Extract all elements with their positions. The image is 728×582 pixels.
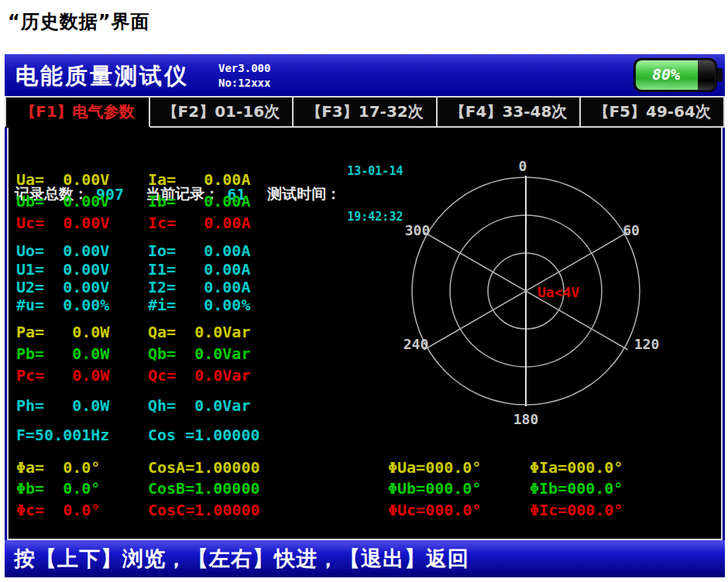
battery-terminal bbox=[717, 68, 723, 82]
value-io: Io= 0.00A bbox=[148, 241, 250, 260]
angle-label-60: 60 bbox=[623, 222, 640, 238]
angle-label-300: 300 bbox=[405, 222, 431, 238]
value-qh: Qh= 0.0Var bbox=[148, 396, 250, 415]
meas-row-u2-i2: U2= 0.00VI2= 0.00A bbox=[16, 278, 388, 296]
firmware-info: Ver3.000 No:12xxx bbox=[218, 61, 270, 91]
meas-row-pa-qa: Pa= 0.0WQa= 0.0Var bbox=[16, 323, 388, 341]
value-frequency: F=50.001Hz bbox=[16, 426, 109, 444]
value-i1: I1= 0.00A bbox=[148, 260, 250, 279]
value-phi-a: Φa= 0.0° bbox=[16, 458, 100, 477]
meas-row-u1-i1: U1= 0.00VI1= 0.00A bbox=[16, 260, 388, 279]
meas-row-phic-cosc: Φc= 0.0°CosC=1.00000 bbox=[16, 501, 388, 519]
meas-row-pc-qc: Pc= 0.0WQc= 0.0Var bbox=[16, 366, 388, 385]
tab-bar: 【F1】电气参数 【F2】01-16次 【F3】17-32次 【F4】33-48… bbox=[5, 96, 725, 128]
value-pa: Pa= 0.0W bbox=[16, 323, 109, 341]
value-ub: Ub= 0.00V bbox=[16, 192, 109, 211]
value-qb: Qb= 0.0Var bbox=[148, 344, 250, 363]
device-name: 电能质量测试仪 bbox=[15, 61, 189, 92]
value-ph: Ph= 0.0W bbox=[16, 396, 109, 415]
value-pb: Pb= 0.0W bbox=[16, 344, 109, 363]
value-phi-ub: ΦUb=000.0° bbox=[388, 479, 481, 498]
value-phi-ib: ΦIb=000.0° bbox=[530, 479, 623, 498]
value-cos-b: CosB=1.00000 bbox=[148, 479, 260, 498]
meas-row-ub-ib: Ub= 0.00VIb= 0.00A bbox=[16, 192, 388, 211]
value-cos-a: CosA=1.00000 bbox=[148, 458, 260, 477]
tab-f5-harmonics-49-64[interactable]: 【F5】49-64次 bbox=[581, 96, 725, 128]
battery-indicator: 80% bbox=[634, 58, 725, 92]
meas-row-phia-cosa: Φa= 0.0°CosA=1.00000 bbox=[16, 458, 388, 477]
value-u2: U2= 0.00V bbox=[16, 278, 109, 296]
meas-row-unbalance: #u= 0.00%#i= 0.00% bbox=[16, 296, 388, 314]
footer-hint-text: 按【上下】浏览，【左右】快进，【退出】返回 bbox=[14, 545, 469, 573]
value-phi-ic: ΦIc=000.0° bbox=[530, 501, 623, 519]
angle-label-180: 180 bbox=[513, 411, 539, 427]
meas-row-uo-io: Uo= 0.00VIo= 0.00A bbox=[16, 241, 388, 260]
meas-row-ph-qh: Ph= 0.0WQh= 0.0Var bbox=[16, 396, 388, 415]
value-unbalance-i: #i= 0.00% bbox=[148, 296, 250, 314]
meas-row-phib-cosb: Φb= 0.0°CosB=1.00000 bbox=[16, 479, 388, 498]
value-phi-ua: ΦUa=000.0° bbox=[388, 458, 481, 477]
angle-label-240: 240 bbox=[403, 336, 429, 352]
tab-f3-harmonics-17-32[interactable]: 【F3】17-32次 bbox=[294, 96, 438, 128]
footer-hint-bar: 按【上下】浏览，【左右】快进，【退出】返回 bbox=[5, 540, 725, 577]
phase-row-b: ΦUb=000.0°ΦIb=000.0° bbox=[388, 479, 713, 498]
value-phi-c: Φc= 0.0° bbox=[16, 501, 100, 519]
value-pc: Pc= 0.0W bbox=[16, 366, 109, 385]
phasor-diagram: 0 60 120 180 240 300 Ua<4V bbox=[380, 159, 682, 431]
value-phi-b: Φb= 0.0° bbox=[16, 479, 100, 498]
tab-f1-electrical-params[interactable]: 【F1】电气参数 bbox=[5, 96, 150, 128]
value-phi-ia: ΦIa=000.0° bbox=[530, 458, 623, 477]
battery-empty-section bbox=[698, 60, 715, 90]
value-ib: Ib= 0.00A bbox=[148, 192, 250, 211]
meas-row-pb-qb: Pb= 0.0WQb= 0.0Var bbox=[16, 344, 388, 363]
phase-row-c: ΦUc=000.0°ΦIc=000.0° bbox=[388, 501, 713, 519]
value-ua: Ua= 0.00V bbox=[16, 170, 109, 189]
meas-row-uc-ic: Uc= 0.00VIc= 0.00A bbox=[16, 214, 388, 232]
tab-f4-harmonics-33-48[interactable]: 【F4】33-48次 bbox=[438, 96, 582, 128]
phasor-warning-label: Ua<4V bbox=[537, 284, 579, 300]
device-screen: 电能质量测试仪 Ver3.000 No:12xxx 57.74V 23-01-1… bbox=[5, 54, 725, 577]
page-title: “历史数据”界面 bbox=[8, 9, 150, 34]
value-qa: Qa= 0.0Var bbox=[148, 323, 250, 341]
value-qc: Qc= 0.0Var bbox=[148, 366, 250, 385]
header-bar: 电能质量测试仪 Ver3.000 No:12xxx 57.74V 23-01-1… bbox=[5, 54, 725, 96]
value-uo: Uo= 0.00V bbox=[16, 241, 109, 260]
tab-f2-harmonics-01-16[interactable]: 【F2】01-16次 bbox=[150, 96, 294, 128]
firmware-version: Ver3.000 bbox=[218, 61, 270, 76]
main-content: 记录总数： 907 当前记录： 61 测试时间： 13-01-14 19:42:… bbox=[7, 128, 723, 540]
serial-number: No:12xxx bbox=[218, 76, 270, 91]
phase-row-a: ΦUa=000.0°ΦIa=000.0° bbox=[388, 458, 713, 477]
value-i2: I2= 0.00A bbox=[148, 278, 250, 296]
value-uc: Uc= 0.00V bbox=[16, 214, 109, 232]
value-unbalance-u: #u= 0.00% bbox=[16, 296, 109, 314]
angle-label-120: 120 bbox=[634, 336, 660, 352]
value-u1: U1= 0.00V bbox=[16, 260, 109, 279]
value-ia: Ia= 0.00A bbox=[148, 170, 250, 189]
value-ic: Ic= 0.00A bbox=[148, 214, 250, 232]
angle-label-0: 0 bbox=[519, 159, 527, 174]
value-cos-c: CosC=1.00000 bbox=[148, 501, 260, 519]
meas-row-ua-ia: Ua= 0.00VIa= 0.00A bbox=[16, 170, 388, 189]
meas-row-freq-cos: F=50.001HzCos =1.00000 bbox=[16, 426, 388, 444]
value-phi-uc: ΦUc=000.0° bbox=[388, 501, 481, 519]
value-cos: Cos =1.00000 bbox=[148, 426, 260, 444]
battery-percent: 80% bbox=[641, 65, 691, 84]
